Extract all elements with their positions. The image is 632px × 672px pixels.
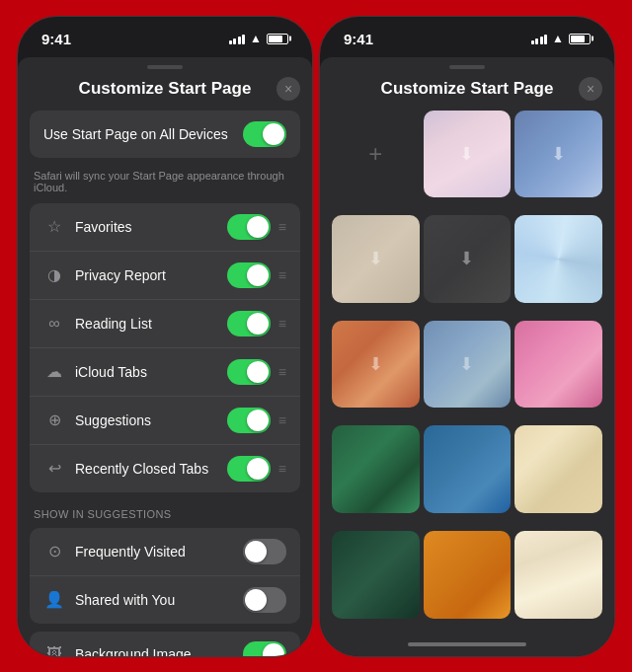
privacy-toggle[interactable] (227, 262, 271, 288)
favorites-row[interactable]: ☆ Favorites ≡ (30, 203, 300, 252)
closed-tabs-drag[interactable]: ≡ (278, 461, 286, 477)
reading-toggle[interactable] (227, 311, 271, 336)
wp-r4c3[interactable] (514, 425, 602, 513)
icloud-tabs-label: iCloud Tabs (75, 364, 227, 380)
wifi-icon-right: ▲ (552, 32, 564, 45)
signal-icon (229, 33, 246, 44)
wp-r2c2[interactable]: ⬇ (424, 215, 512, 303)
status-bar-right: 9:41 ▲ (320, 17, 614, 53)
main-toggle-label: Use Start Page on All Devices (43, 126, 243, 142)
left-sheet: Customize Start Page × Use Start Page on… (18, 57, 312, 656)
icloud-note: Safari will sync your Start Page appeara… (18, 166, 312, 199)
freq-visited-toggle[interactable] (243, 539, 286, 564)
phones-container: 9:41 ▲ Customize Sta (17, 16, 615, 657)
favorites-icon: ☆ (43, 217, 65, 236)
icloud-tabs-drag[interactable]: ≡ (278, 364, 286, 380)
wp-r2c3[interactable] (514, 215, 602, 303)
freq-visited-label: Frequently Visited (75, 544, 243, 560)
wp-r5c1[interactable] (332, 531, 420, 619)
wp-r4c2[interactable] (424, 425, 512, 513)
battery-icon-right (569, 34, 591, 44)
reading-label: Reading List (75, 316, 227, 332)
privacy-icon: ◑ (43, 265, 65, 284)
wp-r3c3[interactable] (514, 321, 602, 409)
status-icons-right: ▲ (531, 32, 591, 45)
shared-with-you-row[interactable]: 👤 Shared with You (30, 576, 300, 624)
closed-tabs-label: Recently Closed Tabs (75, 461, 227, 477)
background-icon: 🖼 (43, 645, 65, 656)
freq-visited-row[interactable]: ⊙ Frequently Visited (30, 528, 300, 576)
icloud-tabs-icon: ☁ (43, 362, 65, 381)
right-phone: 9:41 ▲ Customize Sta (319, 16, 615, 657)
left-phone: 9:41 ▲ Customize Sta (17, 16, 313, 657)
time-left: 9:41 (41, 31, 71, 47)
suggestions-toggle[interactable] (227, 408, 271, 433)
reading-icon: ∞ (43, 315, 65, 333)
close-button-left[interactable]: × (276, 77, 300, 101)
main-toggle-row[interactable]: Use Start Page on All Devices (30, 111, 300, 158)
closed-tabs-icon: ↩ (43, 459, 65, 478)
wp-r3c2[interactable]: ⬇ (424, 321, 512, 409)
sheet-header-left: Customize Start Page × (18, 69, 312, 107)
background-row[interactable]: 🖼 Background Image (30, 632, 300, 656)
reading-row[interactable]: ∞ Reading List ≡ (30, 300, 300, 348)
sheet-content-left: Use Start Page on All Devices Safari wil… (18, 107, 312, 656)
shared-with-you-icon: 👤 (43, 590, 65, 609)
privacy-drag[interactable]: ≡ (278, 267, 286, 283)
wifi-icon: ▲ (250, 32, 262, 45)
suggestions-icon: ⊕ (43, 411, 65, 429)
suggestions-row[interactable]: ⊕ Suggestions ≡ (30, 397, 300, 445)
shared-with-you-toggle[interactable] (243, 587, 286, 613)
main-toggle-block: Use Start Page on All Devices (30, 111, 300, 158)
icloud-tabs-toggle[interactable] (227, 359, 271, 385)
background-picker-grid: + ⬇ ⬇ ⬇ ⬇ (320, 107, 614, 636)
privacy-row[interactable]: ◑ Privacy Report ≡ (30, 252, 300, 300)
wp-r5c2[interactable] (424, 531, 512, 619)
sheet-title-right: Customize Start Page (381, 79, 554, 99)
wp-r1c2[interactable]: ⬇ (424, 111, 512, 198)
closed-tabs-row[interactable]: ↩ Recently Closed Tabs ≡ (30, 445, 300, 492)
status-bar-left: 9:41 ▲ (18, 17, 312, 53)
add-bg-full[interactable]: + (332, 111, 420, 198)
wp-r1c3[interactable]: ⬇ (514, 111, 602, 198)
favorites-drag[interactable]: ≡ (278, 219, 286, 235)
closed-tabs-toggle[interactable] (227, 456, 271, 482)
battery-icon (267, 34, 288, 44)
add-icon-right: + (368, 140, 382, 168)
reading-drag[interactable]: ≡ (278, 316, 286, 332)
status-icons-left: ▲ (229, 32, 288, 45)
main-toggle-switch[interactable] (243, 121, 286, 147)
wp-r4c1[interactable] (332, 425, 420, 513)
background-block: 🖼 Background Image (30, 632, 300, 656)
shared-with-you-label: Shared with You (75, 592, 243, 608)
freq-visited-icon: ⊙ (43, 542, 65, 560)
suggestions-toggles-block: ⊙ Frequently Visited 👤 Shared with You (30, 528, 300, 624)
sheet-title-left: Customize Start Page (79, 79, 252, 99)
main-toggles-block: ☆ Favorites ≡ ◑ Privacy Report ≡ ∞ (30, 203, 300, 492)
wp-r3c1[interactable]: ⬇ (332, 321, 420, 409)
suggestions-drag[interactable]: ≡ (278, 412, 286, 428)
wp-r5c3[interactable] (514, 531, 602, 619)
wp-r2c1[interactable]: ⬇ (332, 215, 420, 303)
background-toggle[interactable] (243, 641, 286, 656)
home-indicator (408, 642, 526, 646)
close-button-right[interactable]: × (579, 77, 602, 101)
time-right: 9:41 (344, 31, 373, 47)
signal-icon-right (531, 33, 548, 44)
right-sheet: Customize Start Page × + ⬇ ⬇ (320, 57, 614, 656)
suggestions-section-label: SHOW IN SUGGESTIONS (18, 500, 312, 524)
icloud-tabs-row[interactable]: ☁ iCloud Tabs ≡ (30, 348, 300, 397)
suggestions-label: Suggestions (75, 412, 227, 428)
sheet-header-right: Customize Start Page × (320, 69, 614, 107)
background-label: Background Image (75, 646, 243, 656)
privacy-label: Privacy Report (75, 267, 227, 283)
left-screen: 9:41 ▲ Customize Sta (18, 17, 312, 656)
favorites-label: Favorites (75, 219, 227, 235)
right-screen: 9:41 ▲ Customize Sta (320, 17, 614, 656)
favorites-toggle[interactable] (227, 214, 271, 240)
